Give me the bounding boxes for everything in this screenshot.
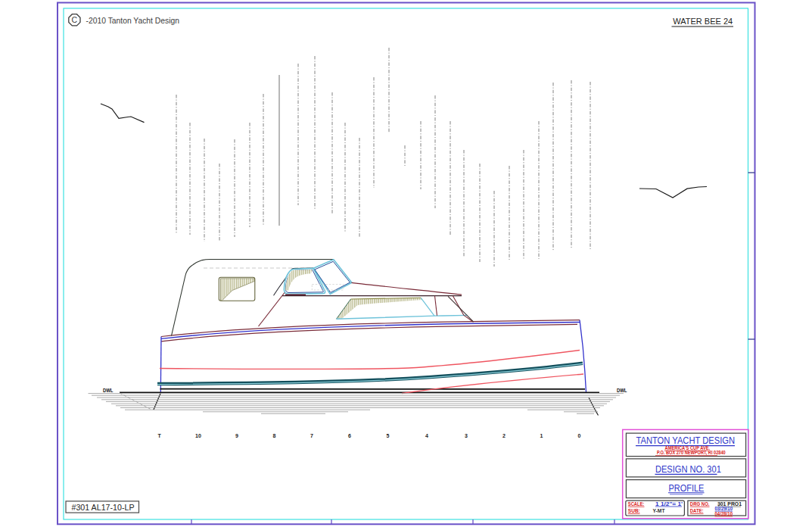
svg-text:DATE:: DATE:	[690, 508, 704, 513]
svg-text:PROFILE: PROFILE	[669, 482, 705, 494]
svg-text:8: 8	[273, 433, 276, 438]
svg-text:SUB:: SUB:	[628, 508, 640, 513]
svg-text:2: 2	[502, 433, 506, 438]
svg-text:6: 6	[348, 433, 351, 438]
svg-text:7: 7	[310, 433, 313, 438]
svg-text:DWL: DWL	[617, 388, 627, 393]
svg-text:C: C	[72, 15, 78, 24]
svg-text:DRG NO.: DRG NO.	[690, 501, 710, 507]
svg-text:4: 4	[425, 433, 428, 438]
svg-text:P.O. BOX 270 NEWPORT, RI 02840: P.O. BOX 270 NEWPORT, RI 02840	[657, 450, 726, 456]
svg-text:9: 9	[235, 433, 238, 438]
svg-text:Y-MT: Y-MT	[653, 508, 666, 513]
svg-text:#301 AL17-10-LP: #301 AL17-10-LP	[72, 503, 135, 512]
svg-text:04/28/10: 04/28/10	[715, 511, 733, 516]
svg-text:0: 0	[577, 433, 580, 438]
svg-text:10: 10	[195, 433, 201, 438]
svg-text:T: T	[157, 433, 161, 438]
svg-text:-2010 Tanton Yacht Design: -2010 Tanton Yacht Design	[86, 16, 179, 25]
svg-text:5: 5	[387, 433, 390, 438]
svg-text:DWL: DWL	[103, 388, 114, 393]
svg-text:TANTON YACHT DESIGN: TANTON YACHT DESIGN	[636, 435, 736, 446]
svg-text:1 1/2"= 1': 1 1/2"= 1'	[655, 501, 683, 507]
svg-text:DESIGN NO. 301: DESIGN NO. 301	[655, 463, 721, 475]
svg-text:3: 3	[465, 433, 468, 438]
svg-text:SCALE:: SCALE:	[628, 501, 645, 507]
svg-text:1: 1	[540, 433, 543, 438]
svg-text:WATER BEE 24: WATER BEE 24	[673, 16, 733, 27]
